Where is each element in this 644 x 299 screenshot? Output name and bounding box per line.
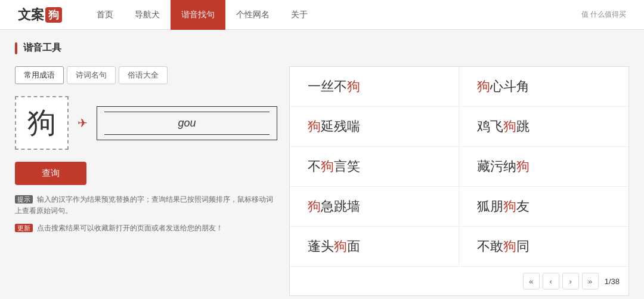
- result-cell[interactable]: 一丝不狗: [290, 67, 459, 107]
- page-last-btn[interactable]: »: [582, 273, 599, 289]
- logo: 文案 狗: [18, 6, 62, 24]
- nav-item-xieyin[interactable]: 谐音找句: [171, 0, 225, 30]
- nav-item-guide[interactable]: 导航犬: [124, 0, 171, 30]
- header: 文案 狗 首页 导航犬 谐音找句 个性网名 关于 值 什么值得买: [0, 0, 644, 30]
- hint-text: 输入的汉字作为结果预览替换的字；查询结果已按照词频排序，鼠标移动词上查看原始词句…: [15, 195, 273, 215]
- page-next-btn[interactable]: ›: [562, 273, 579, 289]
- logo-dog: 狗: [45, 7, 62, 23]
- page-info: 1/38: [605, 277, 620, 286]
- nav: 首页 导航犬 谐音找句 个性网名 关于: [86, 0, 318, 30]
- input-area: 狗 ✈ gou: [15, 96, 277, 150]
- tab-poetry[interactable]: 诗词名句: [67, 66, 116, 84]
- page-prev-btn[interactable]: ‹: [543, 273, 559, 289]
- header-right: 值 什么值得买: [581, 10, 626, 20]
- hint-tag: 提示: [15, 195, 33, 204]
- result-cell[interactable]: 蓬头狗面: [290, 227, 459, 266]
- tool-area: 常用成语 诗词名句 俗语大全 狗 ✈ gou 查询 提示: [15, 66, 629, 296]
- result-cell[interactable]: 藏污纳狗: [459, 147, 628, 187]
- watermark: 值 什么值得买: [581, 10, 626, 19]
- tool-section-title: 谐音工具: [15, 42, 629, 54]
- title-text: 谐音工具: [23, 42, 61, 54]
- char-box: 狗: [15, 96, 69, 150]
- tabs: 常用成语 诗词名句 俗语大全: [15, 66, 277, 84]
- title-bar: [15, 42, 17, 54]
- pinyin-line-bottom: [104, 134, 270, 135]
- pinyin-line-top: [104, 112, 270, 112]
- pinyin-text: gou: [104, 115, 270, 132]
- left-panel: 常用成语 诗词名句 俗语大全 狗 ✈ gou 查询 提示: [15, 66, 277, 296]
- arrow-icon: ✈: [78, 116, 88, 130]
- input-char: 狗: [27, 104, 56, 142]
- result-cell[interactable]: 不敢狗同: [459, 227, 628, 266]
- query-button[interactable]: 查询: [15, 162, 86, 185]
- results-grid: 一丝不狗狗心斗角狗延残喘鸡飞狗跳不狗言笑藏污纳狗狗急跳墙狐朋狗友蓬头狗面不敢狗同: [290, 67, 628, 266]
- hint-area: 提示 输入的汉字作为结果预览替换的字；查询结果已按照词频排序，鼠标移动词上查看原…: [15, 194, 277, 217]
- result-cell[interactable]: 狐朋狗友: [459, 187, 628, 227]
- pinyin-input-wrap[interactable]: gou: [97, 106, 277, 140]
- update-text: 点击搜索结果可以收藏新打开的页面或者发送给您的朋友！: [37, 224, 223, 232]
- tab-proverbs[interactable]: 俗语大全: [119, 66, 168, 84]
- pagination: « ‹ › » 1/38: [290, 266, 628, 295]
- nav-item-name[interactable]: 个性网名: [225, 0, 280, 30]
- result-cell[interactable]: 狗急跳墙: [290, 187, 459, 227]
- result-cell[interactable]: 狗心斗角: [459, 67, 628, 107]
- nav-item-about[interactable]: 关于: [280, 0, 318, 30]
- right-panel: 一丝不狗狗心斗角狗延残喘鸡飞狗跳不狗言笑藏污纳狗狗急跳墙狐朋狗友蓬头狗面不敢狗同…: [289, 66, 629, 296]
- main-content: 谐音工具 常用成语 诗词名句 俗语大全 狗 ✈ gou: [6, 30, 638, 299]
- result-cell[interactable]: 鸡飞狗跳: [459, 107, 628, 147]
- update-area: 更新 点击搜索结果可以收藏新打开的页面或者发送给您的朋友！: [15, 223, 277, 234]
- result-cell[interactable]: 狗延残喘: [290, 107, 459, 147]
- update-tag: 更新: [15, 224, 33, 232]
- result-cell[interactable]: 不狗言笑: [290, 147, 459, 187]
- nav-item-home[interactable]: 首页: [86, 0, 124, 30]
- logo-text: 文案: [18, 6, 44, 24]
- tab-idioms[interactable]: 常用成语: [15, 66, 64, 84]
- page-first-btn[interactable]: «: [523, 273, 540, 289]
